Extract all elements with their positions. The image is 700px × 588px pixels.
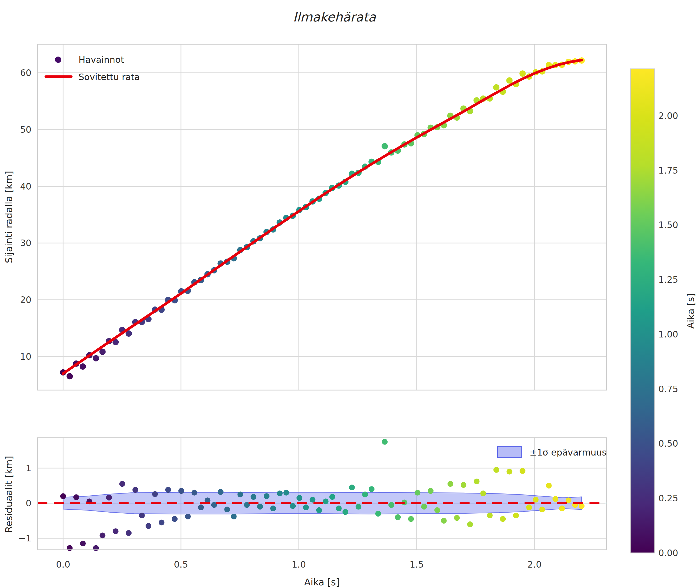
- x-tick-label: 0.5: [174, 559, 188, 570]
- residual-point: [218, 489, 224, 495]
- residual-point: [362, 492, 368, 497]
- residual-point: [80, 541, 86, 546]
- fit-line: [63, 60, 582, 374]
- main-grid: [37, 44, 607, 390]
- residual-point: [520, 468, 525, 474]
- residual-point: [152, 491, 158, 497]
- residual-point: [146, 523, 151, 529]
- legend-dot-marker: [55, 57, 61, 63]
- residual-point: [132, 487, 138, 493]
- scatter-point: [80, 363, 86, 370]
- residual-point: [454, 515, 460, 521]
- residual-point: [467, 521, 473, 527]
- uncertainty-band-swatch: [498, 447, 522, 458]
- scatter-point: [93, 355, 99, 362]
- colorbar-tick-label: 1.75: [658, 165, 678, 176]
- residual-point: [375, 511, 381, 517]
- residual-point: [342, 509, 348, 515]
- residual-point: [533, 497, 539, 503]
- legend-item-uncertainty: ±1σ epävarmuus: [530, 447, 607, 458]
- main-y-axis-label: Sijainti radalla [km]: [3, 171, 14, 263]
- residual-point: [119, 481, 125, 487]
- residual-point: [435, 507, 440, 513]
- residual-point: [507, 469, 512, 474]
- residual-point: [257, 504, 263, 509]
- residual-point: [553, 496, 558, 502]
- chart-title: Ilmakehärata: [293, 10, 376, 24]
- residual-y-tick-label: 1: [26, 463, 31, 473]
- residual-point: [493, 467, 499, 473]
- colorbar-tick-label: 1.25: [658, 274, 678, 285]
- x-tick-label: 1.5: [410, 559, 424, 570]
- scatter-point: [66, 373, 73, 379]
- legend-item-havainnot: Havainnot: [79, 54, 124, 65]
- main-y-tick-label: 10: [20, 351, 31, 362]
- figure: Ilmakehärata 102030405060 Sijainti radal…: [0, 0, 700, 588]
- residual-point: [303, 504, 309, 510]
- x-tick-label: 0.0: [56, 559, 70, 570]
- residual-point: [60, 493, 66, 499]
- residual-point: [382, 439, 388, 445]
- observations-scatter: [60, 57, 585, 379]
- x-axis-label: Aika [s]: [304, 577, 339, 587]
- residual-point: [526, 504, 532, 510]
- residual-y-tick-labels: 10−1: [18, 463, 31, 543]
- residual-point: [73, 494, 79, 500]
- residual-point: [185, 514, 191, 519]
- residual-point: [191, 490, 197, 496]
- residual-point: [329, 494, 335, 500]
- residual-point: [448, 481, 453, 487]
- residual-point: [224, 507, 230, 512]
- residual-point: [159, 520, 164, 525]
- residual-point: [113, 528, 119, 534]
- residual-point: [474, 479, 480, 484]
- colorbar-tick-labels: 0.000.250.500.751.001.251.501.752.00: [658, 110, 678, 558]
- residual-point: [99, 532, 105, 538]
- residual-point: [309, 497, 315, 503]
- residual-point: [323, 498, 329, 504]
- residual-point: [165, 487, 171, 493]
- residual-point: [480, 491, 486, 496]
- residual-point: [349, 485, 355, 490]
- residual-point: [500, 516, 506, 522]
- chart-svg: Ilmakehärata 102030405060 Sijainti radal…: [0, 0, 700, 588]
- residual-point: [540, 507, 545, 512]
- residual-point: [408, 516, 414, 522]
- main-y-tick-labels: 102030405060: [20, 68, 31, 362]
- residual-y-tick-label: 0: [26, 498, 31, 508]
- residual-point: [237, 492, 243, 497]
- residual-point: [421, 504, 427, 509]
- colorbar: [630, 69, 655, 553]
- colorbar-tick-label: 1.00: [658, 329, 678, 340]
- legend-main: Havainnot Sovitettu rata: [46, 54, 140, 82]
- colorbar-tick-label: 0.75: [658, 384, 678, 394]
- residual-point: [106, 495, 112, 501]
- main-y-tick-label: 20: [20, 295, 31, 305]
- residual-point: [487, 513, 493, 518]
- residual-point: [264, 493, 269, 499]
- main-y-tick-label: 60: [20, 68, 31, 78]
- residual-point: [546, 483, 552, 489]
- residual-y-tick-label: −1: [18, 533, 31, 543]
- colorbar-tick-label: 2.00: [658, 110, 678, 121]
- main-y-tick-label: 40: [20, 181, 31, 192]
- residual-point: [336, 506, 342, 511]
- residual-point: [231, 514, 237, 519]
- residual-y-axis-label: Residuaalit [km]: [3, 456, 14, 533]
- x-tick-label: 2.0: [528, 559, 542, 570]
- residual-point: [139, 513, 145, 518]
- scatter-point: [519, 70, 526, 77]
- colorbar-tick-label: 1.50: [658, 220, 678, 230]
- residual-point: [172, 516, 177, 522]
- residual-point: [126, 530, 132, 536]
- colorbar-tick-label: 0.00: [658, 548, 678, 558]
- main-y-tick-label: 50: [20, 124, 31, 135]
- residual-point: [513, 513, 519, 518]
- colorbar-tick-label: 0.25: [658, 493, 678, 503]
- colorbar-tick-label: 0.50: [658, 438, 678, 449]
- residual-point: [415, 490, 420, 496]
- residual-point: [389, 502, 394, 508]
- residual-point: [428, 488, 434, 494]
- residual-point: [356, 504, 362, 509]
- residual-point: [369, 486, 375, 492]
